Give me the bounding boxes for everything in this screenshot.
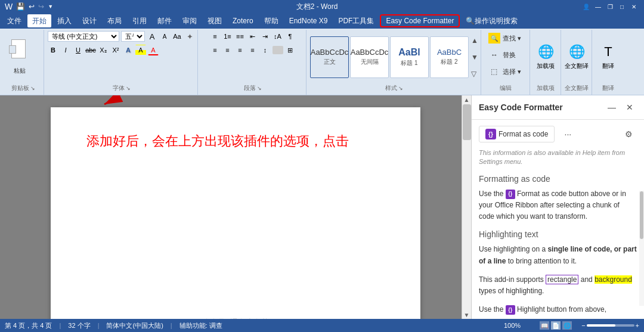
font-size-select[interactable]: 五号 [121, 31, 145, 42]
justify-btn[interactable]: ≡ [247, 45, 258, 55]
style-no-spacing[interactable]: AaBbCcDc 无间隔 [350, 36, 389, 78]
clipboard-label: 剪贴板 ↘ [5, 83, 41, 94]
replace-btn[interactable]: ↔ 替换 [485, 48, 519, 62]
menu-view[interactable]: 视图 [203, 14, 227, 27]
borders-btn[interactable]: ⊞ [285, 45, 296, 55]
numbering-btn[interactable]: 1≡ [222, 31, 233, 42]
quick-undo[interactable]: ↩ [29, 2, 35, 11]
menu-insert[interactable]: 插入 [52, 14, 76, 27]
settings-btn[interactable]: ⚙ [620, 126, 637, 142]
zoom-out-btn[interactable]: − [581, 322, 585, 329]
document-scrollbar[interactable]: ▲ ▼ [462, 95, 471, 319]
scroll-down[interactable]: ▼ [462, 311, 471, 319]
menu-layout[interactable]: 布局 [103, 14, 126, 27]
font-shrink-btn[interactable]: A [159, 31, 170, 42]
decrease-indent-btn[interactable]: ⇤ [247, 31, 258, 42]
font-color-btn[interactable]: A [148, 45, 159, 55]
ribbon-group-font: 等线 (中文正文) 五号 A A Aa ✦ B I U abc X₂ X² [45, 30, 198, 95]
menu-pdf[interactable]: PDF工具集 [333, 14, 379, 27]
font-expand[interactable]: ↘ [126, 85, 131, 91]
addin-icon[interactable]: 🌐 [538, 44, 554, 60]
translate-icon[interactable]: 🌐 [569, 44, 585, 60]
close-button[interactable]: ✕ [628, 2, 639, 11]
zoom-in-btn[interactable]: + [636, 322, 639, 329]
sort-btn[interactable]: ↕A [273, 31, 283, 42]
multilevel-btn[interactable]: ≡≡ [235, 31, 246, 42]
align-right-btn[interactable]: ≡ [235, 45, 246, 55]
document-page[interactable]: 添加好后，会在上方出现该插件的选项，点击 公众号: 通向小白菜 [51, 107, 420, 319]
panel-scrollbar[interactable] [639, 191, 644, 306]
style-heading1[interactable]: AaBl 标题 1 [390, 36, 429, 78]
change-case-btn[interactable]: Aa [172, 31, 182, 42]
strikethrough-btn[interactable]: abc [85, 45, 96, 55]
style-more[interactable]: ▽ [471, 70, 478, 78]
menu-easy-code[interactable]: Easy Code Formatter [380, 14, 460, 27]
superscript-btn[interactable]: X² [110, 45, 121, 55]
ribbon-group-paragraph: ≡ 1≡ ≡≡ ⇤ ⇥ ↕A ¶ ≡ ≡ ≡ ≡ ↕ ⊞ [199, 30, 306, 95]
maximize-button[interactable]: □ [617, 2, 627, 11]
para-expand[interactable]: ↘ [257, 85, 262, 91]
italic-btn[interactable]: I [60, 45, 71, 55]
align-left-btn[interactable]: ≡ [210, 45, 221, 55]
user-icon[interactable]: 👤 [581, 2, 592, 11]
menu-mail[interactable]: 邮件 [153, 14, 177, 27]
bold-btn[interactable]: B [48, 45, 58, 55]
print-view-btn[interactable]: 📄 [551, 321, 561, 330]
scroll-thumb[interactable] [463, 104, 471, 140]
bullets-btn[interactable]: ≡ [210, 31, 221, 42]
quick-save[interactable]: 💾 [16, 2, 25, 11]
font-name-select[interactable]: 等线 (中文正文) [48, 31, 119, 42]
menu-references[interactable]: 引用 [128, 14, 151, 27]
quick-redo[interactable]: ↪ [38, 2, 44, 11]
styles-expand[interactable]: ↘ [398, 85, 403, 91]
text-highlight-btn[interactable]: A [135, 45, 146, 55]
style-normal[interactable]: AaBbCcDc 正文 [310, 36, 349, 78]
menu-file[interactable]: 文件 [2, 14, 26, 27]
zoom-track[interactable] [587, 324, 634, 327]
scroll-up[interactable]: ▲ [462, 95, 471, 104]
style-up[interactable]: ▲ [471, 36, 478, 45]
underline-btn[interactable]: U [73, 45, 83, 55]
menu-home[interactable]: 开始 [27, 14, 51, 27]
panel-scroll-thumb[interactable] [640, 191, 643, 239]
panel-close-btn[interactable]: ✕ [623, 100, 637, 114]
edit-content: 🔍 查找 ▾ ↔ 替换 ⬚ 选择 ▾ [485, 31, 527, 83]
font-row-1: 等线 (中文正文) 五号 A A Aa ✦ [48, 31, 195, 42]
more-options-btn[interactable]: ··· [559, 126, 576, 142]
menu-zotero[interactable]: Zotero [228, 14, 258, 27]
menu-endnote[interactable]: EndNote X9 [284, 14, 333, 27]
word-count: 32 个字 [68, 321, 90, 330]
minimize-button[interactable]: — [593, 2, 603, 11]
line-spacing-btn[interactable]: ↕ [260, 45, 271, 55]
gear-icon: ⚙ [625, 129, 633, 139]
menu-search[interactable]: 🔍 操作说明搜索 [461, 14, 522, 27]
quick-customize[interactable]: ▼ [48, 4, 53, 10]
style-down[interactable]: ▼ [471, 53, 478, 61]
format-as-code-btn[interactable]: {} Format as code [479, 126, 555, 142]
show-marks-btn[interactable]: ¶ [285, 31, 296, 42]
shading-btn[interactable] [273, 46, 283, 54]
panel-minimize-btn[interactable]: — [605, 100, 619, 114]
read-view-btn[interactable]: 📖 [540, 321, 549, 330]
paste-button[interactable]: 粘贴 [5, 39, 35, 75]
text-effect-btn[interactable]: A [123, 45, 134, 55]
font-grow-btn[interactable]: A [147, 31, 157, 42]
increase-indent-btn[interactable]: ⇥ [260, 31, 271, 42]
translate2-icon[interactable]: T [604, 44, 612, 60]
background-highlight: background [595, 275, 632, 284]
menu-review[interactable]: 审阅 [178, 14, 202, 27]
zoom-level[interactable]: 100% [504, 322, 521, 329]
subscript-btn[interactable]: X₂ [98, 45, 109, 55]
style-heading2[interactable]: AaBbC 标题 2 [430, 36, 469, 78]
restore-button[interactable]: ❐ [605, 2, 615, 11]
select-btn[interactable]: ⬚ 选择 ▾ [485, 64, 525, 79]
menu-help[interactable]: 帮助 [259, 14, 283, 27]
clipboard-expand[interactable]: ↘ [30, 85, 35, 91]
find-btn[interactable]: 🔍 查找 ▾ [485, 31, 525, 45]
clear-format-btn[interactable]: ✦ [184, 31, 195, 42]
web-view-btn[interactable]: 🌐 [562, 321, 572, 330]
title-bar: W 💾 ↩ ↪ ▼ 文档2 - Word 👤 — ❐ □ ✕ [0, 0, 644, 13]
window-controls: 👤 — ❐ □ ✕ [581, 2, 639, 11]
align-center-btn[interactable]: ≡ [222, 45, 233, 55]
menu-design[interactable]: 设计 [78, 14, 101, 27]
